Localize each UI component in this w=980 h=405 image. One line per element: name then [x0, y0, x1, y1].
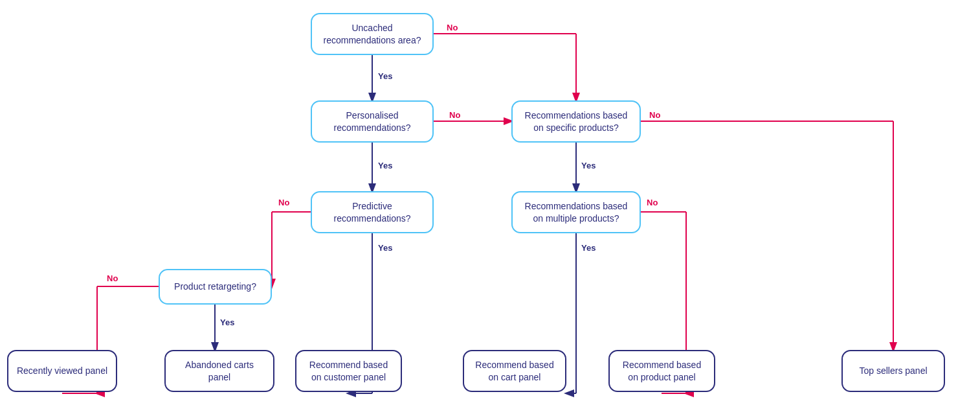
node-specific: Recommendations based on specific produc… — [511, 100, 641, 143]
node-uncached: Uncached recommendations area? — [311, 13, 434, 55]
label-no1: No — [447, 23, 458, 32]
node-cart: Recommend based on cart panel — [463, 350, 566, 392]
flowchart-diagram: Uncached recommendations area? Personali… — [0, 0, 980, 405]
node-customer: Recommend based on customer panel — [295, 350, 402, 392]
node-retargeting: Product retargeting? — [159, 269, 272, 305]
node-topsellers: Top sellers panel — [841, 350, 945, 392]
node-multiple: Recommendations based on multiple produc… — [511, 191, 641, 233]
label-no3: No — [649, 110, 660, 120]
label-yes2: Yes — [378, 161, 392, 170]
label-yes3: Yes — [581, 161, 596, 170]
node-product: Recommend based on product panel — [608, 350, 715, 392]
node-personalised: Personalised recommendations? — [311, 100, 434, 143]
label-no4: No — [278, 198, 289, 207]
label-yes1: Yes — [378, 71, 392, 81]
node-predictive: Predictive recommendations? — [311, 191, 434, 233]
label-no6: No — [107, 273, 118, 283]
label-yes4: Yes — [378, 243, 392, 253]
node-abandoned: Abandoned carts panel — [164, 350, 274, 392]
arrows-svg — [0, 0, 980, 405]
label-yes5: Yes — [581, 243, 596, 253]
label-yes6: Yes — [220, 318, 234, 327]
label-no2: No — [449, 110, 460, 120]
label-no5: No — [647, 198, 658, 207]
node-recently: Recently viewed panel — [7, 350, 117, 392]
